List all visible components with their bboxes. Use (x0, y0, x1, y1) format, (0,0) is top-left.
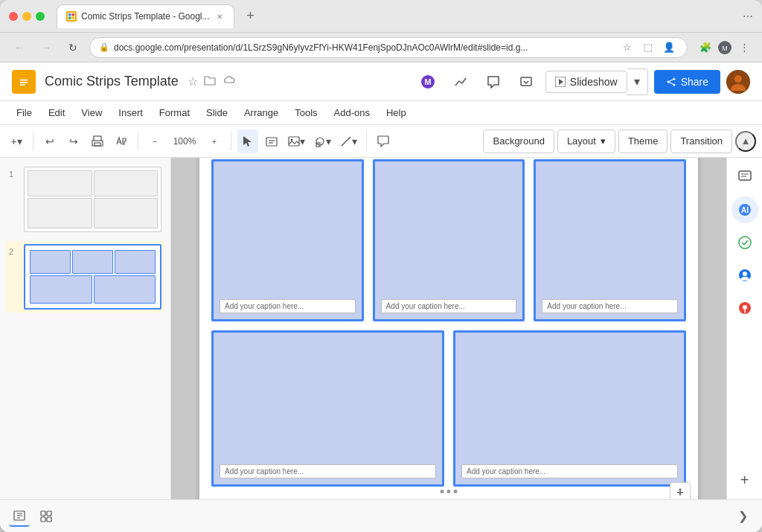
new-tab-button[interactable]: + (240, 6, 261, 27)
comic-panel-2[interactable]: Add your caption here... (373, 159, 525, 322)
browser-account-icon[interactable]: M (716, 39, 734, 57)
svg-line-20 (668, 82, 674, 85)
undo-button[interactable]: ↩ (39, 129, 60, 153)
browser-window: Comic Strips Template - Googl... ✕ + ⋯ ←… (0, 0, 762, 532)
insert-button[interactable]: +▾ (6, 129, 27, 153)
menu-slide[interactable]: Slide (199, 104, 235, 121)
share-button[interactable]: Share (654, 70, 720, 94)
slideshow-dropdown-button[interactable]: ▾ (627, 68, 648, 95)
address-input[interactable]: 🔒 docs.google.com/presentation/d/1LSrzS9… (89, 37, 688, 58)
svg-rect-8 (20, 79, 28, 80)
print-button[interactable] (87, 129, 108, 153)
close-button[interactable] (9, 12, 18, 21)
svg-point-35 (679, 488, 682, 490)
browser-tab[interactable]: Comic Strips Template - Googl... ✕ (57, 4, 234, 28)
svg-text:M: M (424, 77, 431, 86)
slide-thumb-1[interactable]: 1 (6, 164, 164, 235)
back-button[interactable]: ← (9, 37, 30, 58)
add-right-panel-button[interactable]: + (731, 467, 758, 493)
menu-arrange[interactable]: Arrange (237, 104, 286, 121)
svg-point-45 (743, 272, 747, 276)
cast-icon[interactable]: ⬚ (639, 39, 657, 57)
list-view-button[interactable] (9, 506, 30, 527)
analytics-icon[interactable] (447, 68, 474, 95)
bookmark-icon[interactable]: ☆ (618, 39, 636, 57)
app-logo (12, 70, 36, 94)
grid-view-button[interactable] (36, 506, 57, 527)
svg-rect-3 (68, 17, 71, 20)
paint-format-button[interactable] (111, 129, 132, 153)
cloud-icon[interactable] (222, 74, 235, 89)
menu-view[interactable]: View (74, 104, 109, 121)
comment-toolbar-button[interactable] (373, 129, 394, 153)
menu-addons[interactable]: Add-ons (327, 104, 377, 121)
tasks-icon[interactable] (731, 229, 758, 256)
star-icon[interactable]: ☆ (188, 74, 198, 89)
minimize-button[interactable] (22, 12, 31, 21)
reload-button[interactable]: ↻ (63, 37, 83, 58)
extensions-icon[interactable]: 🧩 (697, 39, 714, 57)
present-icon[interactable]: M (414, 68, 441, 95)
page-dot-1 (441, 490, 444, 493)
image-button[interactable]: ▾ (285, 129, 308, 153)
shapes-button[interactable]: ▾ (311, 129, 334, 153)
svg-rect-27 (266, 138, 277, 146)
comic-panel-4[interactable]: Add your caption here... (211, 330, 444, 487)
comic-panel-1[interactable]: Add your caption here... (211, 159, 364, 322)
comments-panel-icon[interactable] (731, 164, 758, 190)
expand-panel-button[interactable]: ❯ (732, 506, 753, 527)
right-sidebar: AI + (726, 158, 762, 499)
text-box-button[interactable] (261, 129, 282, 153)
folder-icon[interactable] (204, 74, 216, 89)
zoom-in-button[interactable]: + (204, 129, 225, 153)
svg-rect-10 (20, 84, 25, 86)
zoom-value-button[interactable]: 100% (168, 129, 201, 153)
svg-rect-30 (289, 137, 299, 146)
present-dropdown-icon[interactable] (513, 68, 540, 95)
layout-label: Layout (567, 135, 596, 147)
svg-marker-15 (559, 79, 563, 85)
select-tool-button[interactable] (237, 129, 258, 153)
svg-point-47 (743, 305, 747, 310)
menu-edit[interactable]: Edit (41, 104, 72, 121)
line-button[interactable]: ▾ (337, 129, 360, 153)
address-bar: ← → ↻ 🔒 docs.google.com/presentation/d/1… (0, 33, 762, 63)
theme-button[interactable]: Theme (618, 129, 667, 153)
menu-help[interactable]: Help (379, 104, 414, 121)
account-circle-icon[interactable]: 👤 (660, 39, 678, 57)
maps-icon[interactable] (731, 295, 758, 321)
smart-compose-icon[interactable]: AI (731, 196, 758, 223)
canvas-pagination (441, 490, 458, 493)
background-button[interactable]: Background (483, 129, 554, 153)
forward-button[interactable]: → (36, 37, 57, 58)
menu-tools[interactable]: Tools (287, 104, 324, 121)
browser-settings-icon[interactable]: ⋮ (735, 39, 753, 57)
transition-button[interactable]: Transition (670, 129, 732, 153)
comment-header-icon[interactable] (480, 68, 507, 95)
layout-button[interactable]: Layout ▾ (557, 129, 615, 153)
slide-preview-1 (24, 167, 161, 232)
svg-rect-52 (41, 511, 45, 516)
toolbar-collapse-button[interactable]: ▲ (735, 131, 756, 152)
slide-canvas: Add your caption here... Add your captio… (199, 158, 698, 499)
redo-button[interactable]: ↪ (63, 129, 84, 153)
slideshow-button[interactable]: Slideshow (545, 71, 627, 93)
meet-icon[interactable] (731, 262, 758, 289)
menu-file[interactable]: File (9, 104, 39, 121)
accessibility-button[interactable] (670, 482, 691, 500)
menu-insert[interactable]: Insert (111, 104, 150, 121)
browser-more-icon[interactable]: ⋯ (743, 10, 753, 22)
page-dot-2 (447, 490, 451, 493)
comic-panel-3[interactable]: Add your caption here... (534, 159, 686, 322)
comic-panel-5[interactable]: Add your caption here... (453, 330, 686, 487)
svg-point-22 (734, 75, 742, 83)
tab-close-button[interactable]: ✕ (214, 11, 225, 22)
slide-thumb-2[interactable]: 2 (6, 241, 164, 313)
zoom-out-button[interactable]: − (144, 129, 165, 153)
share-label: Share (681, 76, 708, 88)
svg-rect-2 (72, 13, 75, 16)
user-avatar[interactable] (726, 70, 750, 94)
menu-format[interactable]: Format (152, 104, 197, 121)
canvas-area[interactable]: Add your caption here... Add your captio… (171, 158, 726, 499)
maximize-button[interactable] (36, 12, 45, 21)
